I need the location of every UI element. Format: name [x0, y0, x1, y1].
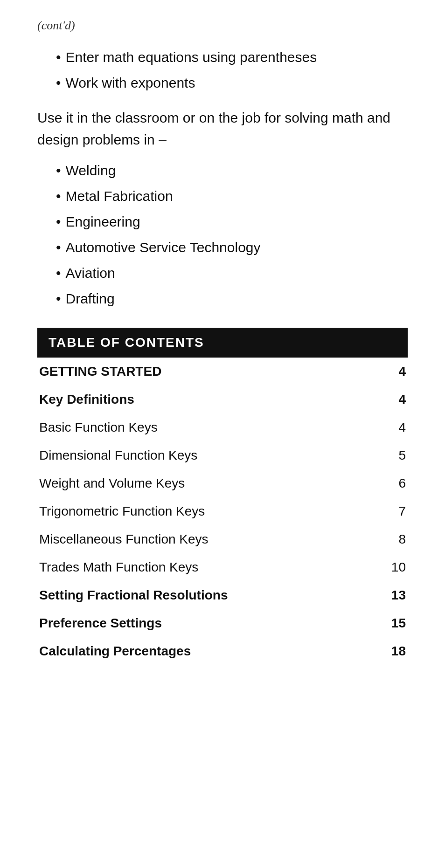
toc-page: 8	[380, 525, 408, 553]
subject-bullet-aviation-text: Aviation	[66, 262, 115, 283]
subject-bullet-automotive-text: Automotive Service Technology	[66, 237, 261, 258]
intro-bullet-2-text: Work with exponents	[66, 72, 195, 93]
bullet-dot-automotive: •	[56, 237, 61, 258]
toc-label: Calculating Percentages	[37, 637, 380, 665]
intro-bullets-list: • Enter math equations using parentheses…	[56, 47, 408, 93]
toc-page: 4	[380, 386, 408, 413]
toc-row: Weight and Volume Keys6	[37, 469, 408, 497]
intro-bullet-1-text: Enter math equations using parentheses	[66, 47, 317, 68]
toc-row: Calculating Percentages18	[37, 637, 408, 665]
bullet-dot-engineering: •	[56, 211, 61, 232]
intro-paragraph: Use it in the classroom or on the job fo…	[37, 107, 408, 151]
subject-bullets-list: • Welding • Metal Fabrication • Engineer…	[56, 160, 408, 309]
subject-bullet-metal: • Metal Fabrication	[56, 186, 408, 207]
toc-label: Weight and Volume Keys	[37, 469, 380, 497]
subject-bullet-automotive: • Automotive Service Technology	[56, 237, 408, 258]
toc-page: 15	[380, 609, 408, 637]
bullet-dot-metal: •	[56, 186, 61, 207]
toc-page: 7	[380, 497, 408, 525]
toc-page: 18	[380, 637, 408, 665]
toc-row: Trades Math Function Keys10	[37, 553, 408, 581]
toc-header: TABLE OF CONTENTS	[37, 328, 408, 358]
toc-row: Setting Fractional Resolutions13	[37, 581, 408, 609]
bullet-dot-aviation: •	[56, 262, 61, 283]
bullet-dot-welding: •	[56, 160, 61, 181]
subject-bullet-metal-text: Metal Fabrication	[66, 186, 173, 207]
toc-page: 4	[380, 358, 408, 386]
toc-page: 13	[380, 581, 408, 609]
intro-bullet-1: • Enter math equations using parentheses	[56, 47, 408, 68]
toc-row: Basic Function Keys4	[37, 413, 408, 441]
toc-row: Dimensional Function Keys5	[37, 441, 408, 469]
cont-label: (cont'd)	[37, 19, 408, 33]
bullet-dot-drafting: •	[56, 288, 61, 309]
bullet-dot-1: •	[56, 47, 61, 68]
subject-bullet-welding-text: Welding	[66, 160, 116, 181]
toc-label: Key Definitions	[37, 386, 380, 413]
subject-bullet-aviation: • Aviation	[56, 262, 408, 283]
subject-bullet-engineering-text: Engineering	[66, 211, 140, 232]
subject-bullet-engineering: • Engineering	[56, 211, 408, 232]
toc-row: Key Definitions4	[37, 386, 408, 413]
toc-page: 4	[380, 413, 408, 441]
toc-row: Trigonometric Function Keys7	[37, 497, 408, 525]
toc-label: Trades Math Function Keys	[37, 553, 380, 581]
toc-label: Basic Function Keys	[37, 413, 380, 441]
toc-label: GETTING STARTED	[37, 358, 380, 386]
toc-label: Trigonometric Function Keys	[37, 497, 380, 525]
toc-page: 5	[380, 441, 408, 469]
subject-bullet-drafting-text: Drafting	[66, 288, 115, 309]
bullet-dot-2: •	[56, 72, 61, 93]
intro-bullet-2: • Work with exponents	[56, 72, 408, 93]
subject-bullet-drafting: • Drafting	[56, 288, 408, 309]
toc-table: GETTING STARTED4Key Definitions4Basic Fu…	[37, 358, 408, 665]
toc-row: GETTING STARTED4	[37, 358, 408, 386]
toc-row: Preference Settings15	[37, 609, 408, 637]
toc-label: Preference Settings	[37, 609, 380, 637]
toc-label: Dimensional Function Keys	[37, 441, 380, 469]
subject-bullet-welding: • Welding	[56, 160, 408, 181]
toc-label: Setting Fractional Resolutions	[37, 581, 380, 609]
toc-row: Miscellaneous Function Keys8	[37, 525, 408, 553]
toc-page: 10	[380, 553, 408, 581]
toc-page: 6	[380, 469, 408, 497]
toc-label: Miscellaneous Function Keys	[37, 525, 380, 553]
